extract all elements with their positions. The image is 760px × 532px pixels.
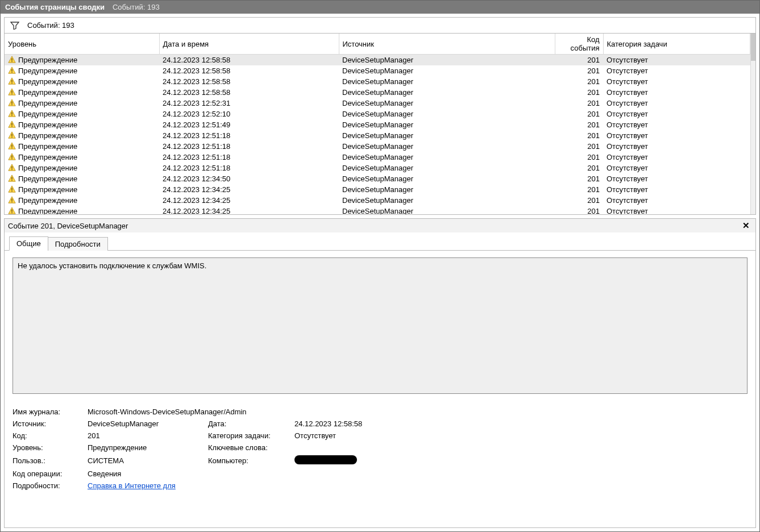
cell-level: Предупреждение bbox=[18, 77, 77, 86]
cell-source: DeviceSetupManager bbox=[339, 76, 555, 87]
content-area: Событий: 193 Уровень bbox=[1, 14, 759, 531]
col-level[interactable]: Уровень bbox=[5, 34, 159, 55]
table-row[interactable]: Предупреждение24.12.2023 12:51:18DeviceS… bbox=[5, 130, 750, 141]
cell-event-id: 201 bbox=[555, 152, 603, 163]
cell-level: Предупреждение bbox=[18, 56, 77, 64]
filter-icon[interactable] bbox=[10, 22, 19, 30]
cell-datetime: 24.12.2023 12:51:18 bbox=[159, 152, 339, 163]
cell-task-category: Отсутствует bbox=[603, 130, 750, 141]
table-row[interactable]: Предупреждение24.12.2023 12:34:25DeviceS… bbox=[5, 206, 750, 215]
label-user: Пользов.: bbox=[13, 456, 81, 465]
cell-datetime: 24.12.2023 12:52:10 bbox=[159, 109, 339, 119]
cell-datetime: 24.12.2023 12:51:49 bbox=[159, 119, 339, 130]
value-source: DeviceSetupManager bbox=[88, 419, 201, 428]
scrollbar-thumb[interactable] bbox=[751, 34, 755, 61]
table-row[interactable]: Предупреждение24.12.2023 12:34:25DeviceS… bbox=[5, 195, 750, 206]
cell-event-id: 201 bbox=[555, 141, 603, 152]
cell-level: Предупреждение bbox=[18, 207, 77, 215]
cell-task-category: Отсутствует bbox=[603, 163, 750, 173]
label-log-name: Имя журнала: bbox=[13, 408, 81, 416]
table-row[interactable]: Предупреждение24.12.2023 12:58:58DeviceS… bbox=[5, 65, 750, 76]
tab-general[interactable]: Общие bbox=[9, 236, 48, 251]
col-source[interactable]: Источник bbox=[339, 34, 555, 55]
warning-icon bbox=[8, 164, 16, 172]
cell-task-category: Отсутствует bbox=[603, 184, 750, 195]
table-row[interactable]: Предупреждение24.12.2023 12:58:58DeviceS… bbox=[5, 87, 750, 98]
cell-task-category: Отсутствует bbox=[603, 98, 750, 109]
cell-level: Предупреждение bbox=[18, 185, 77, 194]
value-user: СИСТЕМА bbox=[88, 456, 201, 465]
cell-source: DeviceSetupManager bbox=[339, 206, 555, 215]
events-scrollbar[interactable] bbox=[750, 34, 755, 214]
svg-rect-0 bbox=[11, 59, 12, 61]
svg-rect-14 bbox=[11, 134, 12, 136]
svg-rect-20 bbox=[11, 166, 12, 168]
cell-level: Предупреждение bbox=[18, 142, 77, 151]
col-datetime[interactable]: Дата и время bbox=[159, 34, 339, 55]
detail-tabs: Общие Подробности bbox=[5, 232, 755, 251]
table-row[interactable]: Предупреждение24.12.2023 12:51:49DeviceS… bbox=[5, 119, 750, 130]
svg-rect-4 bbox=[11, 80, 12, 82]
label-code: Код: bbox=[13, 431, 81, 440]
table-row[interactable]: Предупреждение24.12.2023 12:52:10DeviceS… bbox=[5, 109, 750, 119]
cell-datetime: 24.12.2023 12:34:25 bbox=[159, 195, 339, 206]
svg-rect-25 bbox=[11, 191, 12, 192]
table-row[interactable]: Предупреждение24.12.2023 12:58:58DeviceS… bbox=[5, 76, 750, 87]
cell-event-id: 201 bbox=[555, 87, 603, 98]
cell-task-category: Отсутствует bbox=[603, 76, 750, 87]
events-grid[interactable]: Уровень Дата и время Источник Код событи… bbox=[5, 34, 750, 214]
table-row[interactable]: Предупреждение24.12.2023 12:52:31DeviceS… bbox=[5, 98, 750, 109]
label-opcode: Код операции: bbox=[13, 469, 81, 478]
cell-source: DeviceSetupManager bbox=[339, 130, 555, 141]
svg-rect-3 bbox=[11, 72, 12, 73]
filter-bar: Событий: 193 bbox=[5, 18, 755, 34]
svg-rect-22 bbox=[11, 177, 12, 179]
value-task-category: Отсутствует bbox=[294, 431, 747, 440]
cell-level: Предупреждение bbox=[18, 99, 77, 107]
svg-rect-12 bbox=[11, 123, 12, 125]
tab-details[interactable]: Подробности bbox=[48, 237, 108, 251]
table-row[interactable]: Предупреждение24.12.2023 12:51:18DeviceS… bbox=[5, 152, 750, 163]
label-source: Источник: bbox=[13, 419, 81, 428]
svg-rect-8 bbox=[11, 101, 12, 103]
cell-task-category: Отсутствует bbox=[603, 65, 750, 76]
window-title: События страницы сводки bbox=[5, 3, 105, 11]
svg-rect-6 bbox=[11, 90, 12, 93]
cell-level: Предупреждение bbox=[18, 110, 77, 118]
table-row[interactable]: Предупреждение24.12.2023 12:51:18DeviceS… bbox=[5, 163, 750, 173]
detail-header: Событие 201, DeviceSetupManager ✕ bbox=[5, 219, 755, 232]
cell-source: DeviceSetupManager bbox=[339, 98, 555, 109]
cell-datetime: 24.12.2023 12:34:25 bbox=[159, 206, 339, 215]
warning-icon bbox=[8, 88, 16, 96]
help-link[interactable]: Справка в Интернете для bbox=[88, 481, 176, 490]
value-opcode: Сведения bbox=[88, 469, 747, 478]
label-computer: Компьютер: bbox=[208, 456, 288, 465]
cell-source: DeviceSetupManager bbox=[339, 141, 555, 152]
warning-icon bbox=[8, 56, 16, 64]
table-row[interactable]: Предупреждение24.12.2023 12:34:50DeviceS… bbox=[5, 173, 750, 184]
label-moreinfo: Подробности: bbox=[13, 481, 81, 490]
events-panel: Событий: 193 Уровень bbox=[4, 17, 756, 215]
svg-rect-11 bbox=[11, 115, 12, 116]
table-row[interactable]: Предупреждение24.12.2023 12:51:18DeviceS… bbox=[5, 141, 750, 152]
col-task-category[interactable]: Категория задачи bbox=[603, 34, 750, 55]
col-event-id[interactable]: Код события bbox=[555, 34, 603, 55]
cell-level: Предупреждение bbox=[18, 153, 77, 161]
cell-event-id: 201 bbox=[555, 109, 603, 119]
filter-event-count: Событий: 193 bbox=[27, 21, 74, 30]
warning-icon bbox=[8, 131, 16, 139]
cell-task-category: Отсутствует bbox=[603, 173, 750, 184]
table-row[interactable]: Предупреждение24.12.2023 12:34:25DeviceS… bbox=[5, 184, 750, 195]
event-message[interactable]: Не удалось установить подключение к служ… bbox=[13, 257, 747, 394]
table-row[interactable]: Предупреждение24.12.2023 12:58:58DeviceS… bbox=[5, 55, 750, 65]
svg-rect-24 bbox=[11, 188, 12, 190]
cell-task-category: Отсутствует bbox=[603, 206, 750, 215]
warning-icon bbox=[8, 77, 16, 85]
svg-rect-9 bbox=[11, 105, 12, 105]
cell-level: Предупреждение bbox=[18, 120, 77, 129]
titlebar: События страницы сводки Событий: 193 bbox=[1, 1, 759, 14]
warning-icon bbox=[8, 66, 16, 74]
close-icon[interactable]: ✕ bbox=[740, 221, 752, 231]
value-level: Предупреждение bbox=[88, 443, 201, 452]
cell-datetime: 24.12.2023 12:58:58 bbox=[159, 76, 339, 87]
